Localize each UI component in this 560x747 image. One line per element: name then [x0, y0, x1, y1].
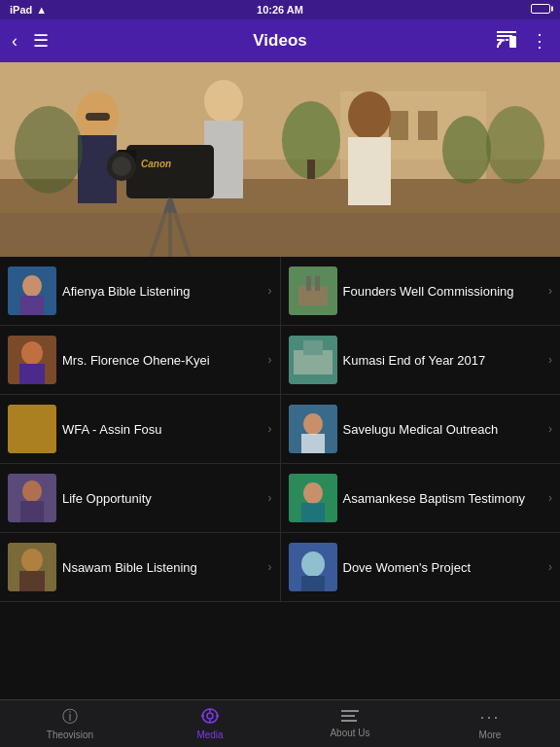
video-thumbnail: [8, 405, 56, 453]
svg-rect-62: [301, 576, 325, 591]
video-thumbnail: [8, 474, 56, 522]
svg-point-32: [22, 275, 42, 297]
svg-rect-30: [0, 62, 560, 257]
tab-about-us[interactable]: About Us: [280, 700, 420, 747]
svg-point-55: [303, 482, 323, 504]
list-item[interactable]: Mrs. Florence Ohene-Kyei ›: [0, 326, 281, 394]
nav-left-controls: ‹ ☰: [12, 30, 49, 52]
video-title: Founders Well Commissioning: [343, 284, 514, 299]
video-title: Afienya Bible Listening: [62, 284, 191, 299]
video-info: Life Opportunity: [56, 489, 266, 508]
video-title: Dove Women's Project: [343, 560, 472, 575]
list-item[interactable]: WFA - Assin Fosu ›: [0, 395, 281, 463]
list-item[interactable]: Asamankese Baptism Testimony ›: [281, 464, 561, 532]
chevron-right-icon: ›: [268, 284, 272, 298]
svg-point-52: [22, 480, 42, 502]
video-title: Savelugu Medical Outreach: [343, 422, 499, 437]
svg-rect-35: [298, 286, 328, 305]
svg-point-39: [21, 341, 43, 365]
video-info: Savelugu Medical Outreach: [337, 420, 547, 439]
list-item[interactable]: Nsawam Bible Listening ›: [0, 533, 281, 601]
grid-row-4: Life Opportunity › Asamankese Baptism Te…: [0, 464, 560, 533]
video-grid: Afienya Bible Listening › Founders Well …: [0, 257, 560, 699]
svg-rect-0: [509, 36, 516, 48]
tab-more-label: More: [479, 729, 502, 740]
tab-about-label: About Us: [330, 728, 369, 738]
svg-point-49: [303, 413, 323, 435]
svg-rect-50: [301, 434, 325, 453]
video-title: Kumasi End of Year 2017: [343, 353, 486, 368]
cast-button[interactable]: [496, 30, 517, 53]
theovision-icon: ⓘ: [62, 707, 78, 728]
list-item[interactable]: Afienya Bible Listening ›: [0, 257, 281, 325]
chevron-right-icon: ›: [268, 353, 272, 367]
video-info: Dove Women's Project: [337, 558, 547, 577]
video-info: Nsawam Bible Listening: [56, 558, 266, 577]
chevron-right-icon: ›: [548, 422, 552, 436]
svg-rect-36: [306, 276, 311, 291]
more-options-button[interactable]: ⋮: [531, 30, 548, 52]
svg-rect-40: [19, 364, 45, 384]
hero-image: Canon: [0, 62, 560, 257]
video-info: WFA - Assin Fosu: [56, 420, 266, 439]
grid-row-2: Mrs. Florence Ohene-Kyei › Kumasi End of…: [0, 326, 560, 395]
video-title: WFA - Assin Fosu: [62, 422, 162, 437]
video-thumbnail: [289, 474, 337, 522]
svg-rect-66: [341, 720, 357, 722]
video-thumbnail: [8, 267, 56, 315]
svg-point-61: [301, 551, 325, 577]
video-thumbnail: [289, 267, 337, 315]
video-thumbnail: [8, 336, 56, 384]
wifi-icon: ▲: [36, 4, 47, 16]
video-info: Founders Well Commissioning: [337, 282, 547, 301]
svg-rect-44: [8, 405, 56, 453]
chevron-right-icon: ›: [548, 560, 552, 574]
svg-rect-65: [341, 715, 355, 717]
nav-bar: ‹ ☰ Videos ⋮: [0, 19, 560, 62]
svg-point-63: [207, 713, 213, 719]
tab-media-label: Media: [196, 729, 223, 740]
tab-theovision[interactable]: ⓘ Theovision: [0, 700, 140, 747]
status-left: iPad ▲: [10, 4, 47, 16]
svg-rect-59: [19, 571, 45, 591]
menu-button[interactable]: ☰: [33, 30, 49, 52]
page-title: Videos: [253, 31, 306, 51]
video-title: Life Opportunity: [62, 491, 152, 506]
chevron-right-icon: ›: [268, 491, 272, 505]
chevron-right-icon: ›: [268, 422, 272, 436]
list-item[interactable]: Life Opportunity ›: [0, 464, 281, 532]
grid-row-3: WFA - Assin Fosu › Savelugu Medical Outr…: [0, 395, 560, 464]
chevron-right-icon: ›: [548, 353, 552, 367]
video-info: Asamankese Baptism Testimony: [337, 489, 547, 508]
video-info: Mrs. Florence Ohene-Kyei: [56, 351, 266, 370]
video-info: Kumasi End of Year 2017: [337, 351, 547, 370]
tab-theovision-label: Theovision: [47, 729, 93, 740]
chevron-right-icon: ›: [548, 284, 552, 298]
svg-rect-33: [20, 296, 44, 315]
media-icon: [200, 708, 220, 728]
more-icon: ···: [479, 707, 500, 728]
battery-icon: [531, 4, 550, 16]
status-time: 10:26 AM: [257, 4, 303, 16]
video-thumbnail: [8, 543, 56, 591]
tab-bar: ⓘ Theovision Media About Us ··· More: [0, 699, 560, 747]
list-item[interactable]: Founders Well Commissioning ›: [281, 257, 561, 325]
video-thumbnail: [289, 543, 337, 591]
tab-media[interactable]: Media: [140, 700, 280, 747]
svg-rect-64: [341, 710, 359, 712]
list-item[interactable]: Dove Women's Project ›: [281, 533, 561, 601]
chevron-right-icon: ›: [268, 560, 272, 574]
carrier-label: iPad: [10, 4, 32, 16]
list-item[interactable]: Kumasi End of Year 2017 ›: [281, 326, 561, 394]
about-icon: [341, 709, 359, 726]
svg-rect-56: [301, 503, 325, 522]
video-info: Afienya Bible Listening: [56, 282, 266, 301]
hero-banner: Canon: [0, 62, 560, 257]
svg-rect-37: [315, 276, 320, 291]
grid-row-5: Nsawam Bible Listening › Dove Women's Pr…: [0, 533, 560, 602]
back-button[interactable]: ‹: [12, 31, 18, 52]
chevron-right-icon: ›: [548, 491, 552, 505]
tab-more[interactable]: ··· More: [420, 700, 560, 747]
video-title: Mrs. Florence Ohene-Kyei: [62, 353, 210, 368]
list-item[interactable]: Savelugu Medical Outreach ›: [281, 395, 561, 463]
